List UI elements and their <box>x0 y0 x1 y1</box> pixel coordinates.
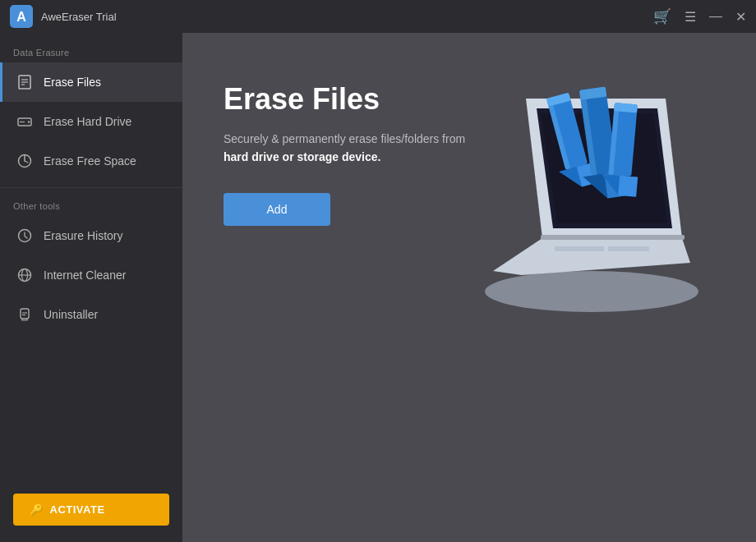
title-bar: A AweEraser Trial 🛒 ☰ — ✕ <box>0 0 756 33</box>
svg-rect-37 <box>608 246 649 251</box>
key-icon: 🔑 <box>30 503 44 516</box>
svg-rect-38 <box>541 235 685 240</box>
add-button[interactable]: Add <box>224 193 330 226</box>
sidebar-item-internet-cleaner[interactable]: Internet Cleaner <box>0 255 182 295</box>
data-erasure-label: Data Erasure <box>0 41 182 62</box>
erase-free-space-label: Erase Free Space <box>44 154 136 168</box>
sidebar-item-erase-hard-drive[interactable]: Erase Hard Drive <box>0 102 182 141</box>
svg-point-17 <box>485 271 698 312</box>
sidebar-divider <box>0 187 182 188</box>
svg-rect-14 <box>21 309 29 319</box>
erasure-history-icon <box>16 227 34 245</box>
svg-point-7 <box>28 121 30 122</box>
content-area: Erase Files Securely & permanently erase… <box>182 33 756 542</box>
activate-button[interactable]: 🔑 ACTIVATE <box>13 494 169 526</box>
internet-cleaner-icon <box>16 266 34 284</box>
cart-icon[interactable]: 🛒 <box>653 7 671 25</box>
sidebar: Data Erasure Erase Files <box>0 33 182 542</box>
uninstaller-icon <box>16 305 34 324</box>
laptop-svg <box>427 49 731 345</box>
erase-hard-drive-icon <box>16 113 34 131</box>
erase-hard-drive-label: Erase Hard Drive <box>44 115 131 128</box>
window-controls: 🛒 ☰ — ✕ <box>653 7 746 25</box>
internet-cleaner-label: Internet Cleaner <box>44 269 126 282</box>
svg-rect-36 <box>555 246 604 251</box>
menu-icon[interactable]: ☰ <box>685 9 696 25</box>
main-layout: Data Erasure Erase Files <box>0 33 756 542</box>
svg-marker-35 <box>618 176 638 197</box>
minimize-icon[interactable]: — <box>709 9 722 24</box>
erasure-history-label: Erasure History <box>44 229 122 242</box>
app-logo: A <box>10 5 33 28</box>
uninstaller-label: Uninstaller <box>44 308 98 321</box>
sidebar-item-erasure-history[interactable]: Erasure History <box>0 216 182 255</box>
activate-label: ACTIVATE <box>50 503 105 516</box>
sidebar-item-erase-files[interactable]: Erase Files <box>0 62 182 102</box>
description-bold: hard drive or storage device. <box>224 150 380 163</box>
sidebar-item-erase-free-space[interactable]: Erase Free Space <box>0 141 182 181</box>
erase-files-label: Erase Files <box>44 76 101 89</box>
other-tools-label: Other tools <box>0 195 182 216</box>
close-icon[interactable]: ✕ <box>735 9 746 25</box>
svg-text:A: A <box>16 10 26 24</box>
sidebar-item-uninstaller[interactable]: Uninstaller <box>0 295 182 334</box>
erase-files-icon <box>16 73 34 91</box>
app-title: AweEraser Trial <box>41 11 653 23</box>
erase-free-space-icon <box>16 152 34 170</box>
laptop-illustration <box>427 49 731 345</box>
sidebar-spacer <box>0 334 182 484</box>
